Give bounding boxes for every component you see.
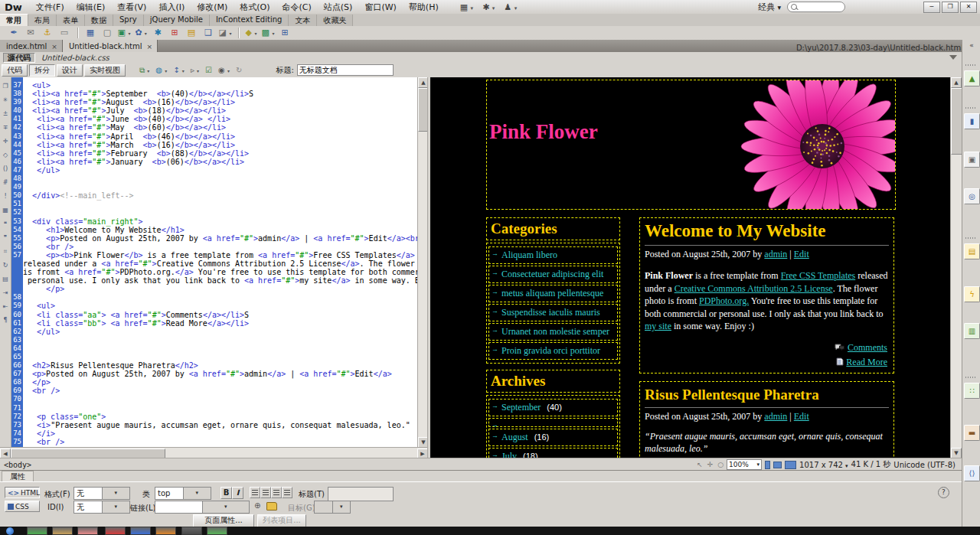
select-parent-tag-icon[interactable]: ◇ — [1, 151, 10, 160]
code-horizontal-scrollbar[interactable]: ◀ ▶ — [0, 447, 427, 458]
remove-comment-icon[interactable]: ❞ — [1, 233, 10, 243]
filter-funnel-icon[interactable] — [949, 55, 957, 60]
menu-item[interactable]: 帮助(H) — [403, 1, 445, 14]
app-gear-icon[interactable]: ✱ ▾ — [482, 2, 495, 12]
read-more-link[interactable]: Read More — [846, 357, 887, 367]
hand-tool-icon[interactable]: ✛ — [707, 461, 714, 468]
taskbar-app-3[interactable] — [77, 527, 98, 535]
templates-icon[interactable]: ▩ ▾ — [260, 27, 276, 39]
browse-folder-icon[interactable] — [266, 502, 277, 511]
code-navigator-icon[interactable]: ✳ — [1, 96, 10, 105]
restore-button[interactable]: ❐ — [942, 2, 959, 13]
horizontal-rule-icon[interactable]: ▭ — [57, 27, 72, 39]
category-item[interactable]: metus aliquam pellentesque — [488, 285, 618, 302]
email-link-icon[interactable]: ✉ — [23, 27, 38, 39]
image-icon[interactable]: ▣ ▾ — [116, 27, 132, 39]
document-tab-1[interactable]: Untitled-black.html× — [63, 40, 158, 52]
zoom-tool-icon[interactable]: ○ — [717, 461, 724, 468]
business-catalyst-panel-icon[interactable]: ▬ — [964, 425, 980, 441]
insert-div-icon[interactable]: ▢ — [100, 27, 115, 39]
admin-link-2[interactable]: admin — [764, 411, 787, 422]
preview-browser-icon[interactable]: ◍ ▾ — [155, 66, 167, 75]
close-tab-icon[interactable]: × — [147, 43, 153, 51]
design-scroll-down-icon[interactable]: ▼ — [951, 448, 962, 458]
tag-selector[interactable]: <body> — [4, 461, 31, 469]
collapse-selection-icon[interactable]: ∓ — [1, 123, 10, 132]
point-to-file-icon[interactable]: ⊕ — [254, 501, 260, 510]
phone-size-icon[interactable] — [765, 461, 770, 469]
category-item[interactable]: Consectetuer adipiscing elit — [488, 266, 618, 283]
ordered-list-icon[interactable] — [260, 487, 271, 498]
code-view[interactable]: <ul> <li><a href="#">September <b>(40)</… — [23, 77, 417, 451]
taskbar-app-6[interactable] — [155, 527, 176, 535]
taskbar-app-4[interactable] — [105, 527, 126, 535]
comment-icon[interactable]: ❑ — [201, 27, 216, 39]
menu-item[interactable]: 站点(S) — [318, 1, 359, 14]
html-mode-button[interactable]: <>HTML — [5, 487, 40, 498]
menu-item[interactable]: 修改(M) — [191, 1, 234, 14]
dock-group-handle[interactable] — [965, 107, 977, 109]
page-properties-button[interactable]: 页面属性... — [193, 514, 254, 527]
head-icon[interactable]: ◪ ▾ — [217, 27, 233, 39]
syntax-error-alerts-icon[interactable]: ▦ — [1, 206, 10, 215]
menu-item[interactable]: 窗口(W) — [358, 1, 402, 14]
css-mode-button[interactable]: CSS — [5, 501, 40, 512]
category-item[interactable]: Aliquam libero — [488, 246, 618, 264]
tag-chooser-icon[interactable]: ⊞ — [277, 27, 292, 39]
app-user-icon[interactable]: ♟ ▾ — [504, 2, 517, 12]
bold-button[interactable]: B — [220, 487, 232, 499]
document-title-input[interactable] — [297, 64, 394, 76]
related-css-file[interactable]: Untitled-black.css — [41, 54, 109, 62]
design-view-button[interactable]: 设计 — [57, 64, 83, 77]
design-view[interactable]: Pink Flower — [430, 77, 962, 458]
insert-tab-0[interactable]: 常用 — [0, 14, 28, 26]
unordered-list-icon[interactable] — [250, 487, 260, 498]
app-layout-icon[interactable]: ▦ ▾ — [460, 2, 473, 12]
minimize-button[interactable]: ─ — [923, 2, 940, 13]
menu-item[interactable]: 编辑(E) — [70, 1, 112, 14]
indent-icon[interactable]: ⇥ — [1, 289, 10, 298]
taskbar-app-7[interactable] — [181, 527, 202, 535]
body-link[interactable]: my site — [645, 321, 671, 331]
format-dropdown[interactable]: 无▾ — [74, 487, 130, 500]
design-vertical-scrollbar[interactable]: ▲ ▼ — [950, 77, 962, 458]
taskbar-app-8[interactable] — [207, 527, 227, 535]
recent-snippets-icon[interactable]: ↻ — [1, 261, 10, 270]
named-anchor-icon[interactable]: ⚓ — [40, 27, 55, 39]
design-vscroll-thumb[interactable] — [951, 88, 962, 155]
widget-icon[interactable]: ✱ — [150, 27, 165, 39]
balance-braces-icon[interactable]: () — [1, 165, 10, 174]
check-compatibility-icon[interactable]: ☑ — [205, 66, 212, 75]
css-styles-panel-icon[interactable]: ▮ — [964, 113, 980, 129]
window-size-value[interactable]: 1017 x 742 ▾ — [799, 461, 848, 469]
design-scroll-up-icon[interactable]: ▲ — [951, 77, 962, 88]
outdent-icon[interactable] — [271, 487, 282, 498]
apply-comment-icon[interactable]: ❝ — [1, 220, 10, 229]
close-button[interactable]: ✕ — [960, 2, 977, 13]
dock-group-handle[interactable] — [965, 64, 977, 66]
properties-tab[interactable]: 属性 — [2, 471, 34, 481]
move-css-icon[interactable]: ▤ — [1, 275, 10, 284]
visual-aids-icon[interactable]: ◉ ▾ — [218, 66, 230, 75]
id-dropdown[interactable]: 无▾ — [74, 501, 130, 514]
archive-item[interactable]: September(40) — [488, 399, 618, 416]
dock-group-handle[interactable] — [965, 237, 977, 239]
menu-item[interactable]: 插入(I) — [152, 1, 191, 14]
refresh-icon[interactable]: ↻ — [236, 66, 242, 75]
help-icon[interactable]: ? — [938, 487, 949, 498]
insert-panel-icon[interactable]: ▲ — [964, 70, 980, 86]
archive-item[interactable]: August(16) — [488, 429, 618, 446]
edit-link[interactable]: Edit — [794, 249, 809, 259]
source-code-button[interactable]: 源代码 — [3, 53, 35, 63]
link-combo[interactable]: ▾ — [155, 501, 250, 514]
start-button[interactable] — [6, 527, 14, 535]
outdent-icon[interactable]: ⇤ — [1, 302, 10, 312]
insert-tab-4[interactable]: Spry — [113, 15, 144, 26]
behaviors-panel-icon[interactable]: ϟ — [964, 286, 980, 302]
format-source-icon[interactable]: ¶ — [1, 316, 10, 325]
edit-link-2[interactable]: Edit — [794, 411, 809, 422]
live-view-button[interactable]: 实时视图 — [84, 64, 126, 77]
category-item[interactable]: Proin gravida orci porttitor — [488, 342, 618, 360]
live-code-icon[interactable]: ▹ ▾ — [191, 66, 199, 75]
open-documents-icon[interactable]: ❐ — [1, 82, 10, 91]
